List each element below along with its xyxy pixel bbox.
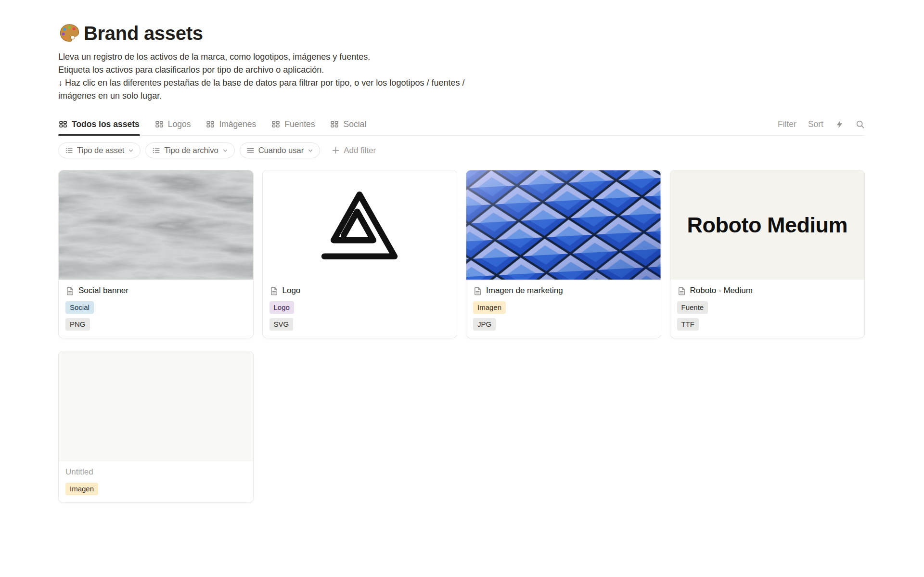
bulleted-list-icon [65,146,73,154]
tag-line: Logo [270,301,450,314]
gallery-grid-icon [59,120,67,128]
font-specimen-text: Roboto Medium [687,213,847,238]
card-meta: UntitledImagen [59,461,253,502]
gallery-grid-icon [206,120,215,128]
tab-fuentes[interactable]: Fuentes [271,113,315,135]
sort-button[interactable]: Sort [808,119,823,129]
card-title: Social banner [78,286,128,295]
page-icon [473,286,482,295]
page-title: Brand assets [84,23,203,44]
filter-button[interactable]: Filter [778,119,796,129]
facade-pattern [466,170,661,280]
empty-cover [59,351,253,461]
add-filter-label: Add filter [344,146,376,155]
tab-todos-los-assets[interactable]: Todos los assets [58,113,140,135]
filter-bar: Tipo de assetTipo de archivoCuando usar … [58,142,865,158]
triangle-logo-cover [263,170,457,280]
chevron-down-icon [222,148,228,154]
card-title-row: Social banner [65,286,246,295]
tag-line: Imagen [65,483,246,495]
card-title-row: Untitled [65,467,246,477]
plus-icon [332,146,340,154]
tag-jpg: JPG [473,318,496,331]
gallery-card-imagen-de-marketing[interactable]: Imagen de marketingImagenJPG [466,170,661,338]
tag-imagen: Imagen [65,483,98,495]
filter-chip-cuando-usar[interactable]: Cuando usar [240,142,320,158]
gallery-grid-icon [155,120,164,128]
bolt-icon[interactable] [835,120,844,129]
view-tabs: Todos los assetsLogosImágenesFuentesSoci… [58,113,367,135]
bulleted-list-icon [152,146,160,154]
gallery-card-social-banner[interactable]: Social bannerSocialPNG [58,170,254,338]
filter-chip-label: Tipo de asset [77,146,124,155]
card-meta: Roboto - MediumFuenteTTF [670,280,865,338]
description-line-4: imágenes en un solo lugar. [58,90,865,103]
description-line-3: ↓ Haz clic en las diferentes pestañas de… [58,77,865,90]
chevron-down-icon [308,148,313,154]
tab-logos[interactable]: Logos [154,113,192,135]
view-tabs-bar: Todos los assetsLogosImágenesFuentesSoci… [58,113,865,136]
tab-label: Social [343,119,366,129]
artist-palette-icon[interactable] [58,22,81,45]
chevron-down-icon [128,148,134,154]
filter-chip-tipo-de-asset[interactable]: Tipo de asset [58,142,141,158]
gallery-grid-icon [330,120,339,128]
page-description: Lleva un registro de los activos de la m… [58,51,865,103]
tab-label: Logos [168,119,191,129]
tab-social[interactable]: Social [330,113,367,135]
page-icon [677,286,686,295]
marble-photo-cover [59,170,253,280]
card-title-row: Imagen de marketing [473,286,654,295]
card-title: Imagen de marketing [486,286,563,295]
gallery-grid: Social bannerSocialPNGLogoLogoSVGImagen … [58,170,865,503]
description-line-2: Etiqueta los activos para clasificarlos … [58,64,865,77]
search-icon[interactable] [856,120,865,129]
card-meta: Imagen de marketingImagenJPG [466,280,661,338]
align-lines-icon [246,146,255,154]
filter-chip-label: Cuando usar [258,146,304,155]
card-title: Untitled [65,467,93,477]
tag-line: PNG [65,318,246,331]
tab-label: Fuentes [284,119,315,129]
page-icon [65,286,75,295]
filter-chips: Tipo de assetTipo de archivoCuando usar [58,142,320,158]
tag-line: TTF [677,318,858,331]
tag-social: Social [65,301,94,314]
card-title-row: Logo [270,286,450,295]
tag-line: Social [65,301,246,314]
tag-line: Fuente [677,301,858,314]
filter-chip-tipo-de-archivo[interactable]: Tipo de archivo [145,142,234,158]
tab-label: Imágenes [219,119,256,129]
add-filter-button[interactable]: Add filter [329,145,379,156]
page-header: Brand assets Lleva un registro de los ac… [58,22,865,103]
tag-logo: Logo [270,301,294,314]
tag-line: SVG [270,318,450,331]
tag-png: PNG [65,318,90,331]
card-meta: LogoLogoSVG [263,280,457,338]
tab-imagenes[interactable]: Imágenes [205,113,257,135]
tag-fuente: Fuente [677,301,708,314]
tag-line: Imagen [473,301,654,314]
card-title: Logo [282,286,301,295]
filter-chip-label: Tipo de archivo [164,146,218,155]
brand-assets-page: Brand assets Lleva un registro de los ac… [0,0,924,503]
tag-line: JPG [473,318,654,331]
gallery-card-untitled[interactable]: UntitledImagen [58,351,254,503]
description-line-1: Lleva un registro de los activos de la m… [58,51,865,64]
tab-label: Todos los assets [72,119,140,129]
page-title-row: Brand assets [58,22,865,45]
font-specimen-cover: Roboto Medium [670,170,865,280]
card-title: Roboto - Medium [690,286,753,295]
tag-svg: SVG [270,318,294,331]
tag-imagen: Imagen [473,301,506,314]
blue-facade-photo-cover [466,170,661,280]
triangle-spiral-logo [313,183,406,267]
view-controls: Filter Sort [778,113,865,135]
card-meta: Social bannerSocialPNG [59,280,253,338]
card-title-row: Roboto - Medium [677,286,858,295]
tag-ttf: TTF [677,318,699,331]
gallery-grid-icon [271,120,280,128]
gallery-card-roboto-medium[interactable]: Roboto MediumRoboto - MediumFuenteTTF [670,170,865,338]
page-icon [270,286,279,295]
gallery-card-logo[interactable]: LogoLogoSVG [262,170,458,338]
